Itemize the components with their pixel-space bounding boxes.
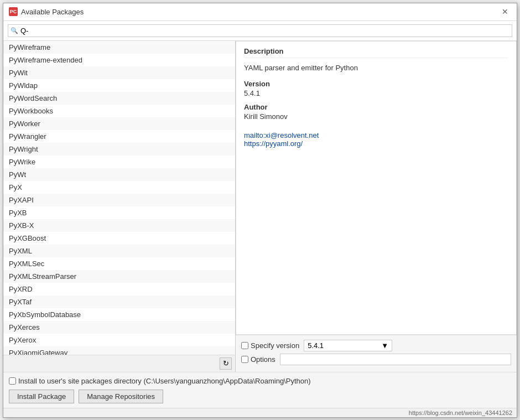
- author-label: Author: [244, 103, 508, 111]
- list-item[interactable]: PyWireframe: [3, 41, 235, 54]
- refresh-bar: ↻: [3, 355, 235, 372]
- list-item[interactable]: PyXRD: [3, 283, 235, 295]
- content-area: PyWireframePyWireframe-extendedPyWitPyWl…: [3, 41, 517, 372]
- options-checkbox[interactable]: [241, 356, 248, 363]
- install-path-text: Install to user's site packages director…: [18, 377, 311, 385]
- install-to-user-checkbox[interactable]: [9, 377, 16, 385]
- list-item[interactable]: PyXMLStreamParser: [3, 270, 235, 283]
- list-item[interactable]: PyWrike: [3, 155, 235, 168]
- install-package-button[interactable]: Install Package: [9, 390, 74, 403]
- description-title: Description: [244, 47, 508, 58]
- specify-version-label: Specify version: [241, 341, 299, 350]
- list-item[interactable]: PyXbSymbolDatabase: [3, 308, 235, 321]
- list-item[interactable]: PyXiaomiGateway: [3, 346, 235, 355]
- install-path-row: Install to user's site packages director…: [9, 377, 511, 385]
- version-dropdown-value: 5.4.1: [308, 341, 324, 350]
- options-label: Options: [241, 355, 275, 364]
- list-item[interactable]: PyXB-X: [3, 219, 235, 232]
- search-input[interactable]: [8, 24, 512, 37]
- list-item[interactable]: PyWt: [3, 168, 235, 181]
- right-panel-container: Description YAML parser and emitter for …: [236, 41, 517, 372]
- list-item[interactable]: PyWright: [3, 143, 235, 155]
- list-item[interactable]: PyXAPI: [3, 194, 235, 206]
- specify-version-checkbox[interactable]: [241, 342, 248, 349]
- package-list: PyWireframePyWireframe-extendedPyWitPyWl…: [3, 41, 235, 355]
- title-bar-left: PC Available Packages: [9, 7, 84, 16]
- list-item[interactable]: PyXerces: [3, 321, 235, 334]
- list-item[interactable]: PyWordSearch: [3, 92, 235, 105]
- description-box: Description YAML parser and emitter for …: [236, 41, 517, 335]
- list-item[interactable]: PyX: [3, 181, 235, 194]
- search-wrapper: [8, 24, 512, 37]
- version-value: 5.4.1: [244, 89, 508, 97]
- version-label: Version: [244, 80, 508, 88]
- author-value: Kirill Simonov: [244, 112, 508, 121]
- list-item[interactable]: PyXTaf: [3, 295, 235, 308]
- install-path-label: Install to user's site packages director…: [9, 377, 311, 385]
- close-button[interactable]: ✕: [499, 6, 511, 18]
- refresh-button[interactable]: ↻: [220, 357, 232, 370]
- list-item[interactable]: PyXerox: [3, 334, 235, 346]
- description-summary: YAML parser and emitter for Python: [244, 64, 508, 72]
- list-item[interactable]: PyWireframe-extended: [3, 54, 235, 66]
- app-icon: PC: [9, 7, 18, 16]
- website-link[interactable]: https://pyyaml.org/: [244, 139, 508, 148]
- manage-repositories-button[interactable]: Manage Repositories: [79, 390, 163, 403]
- right-bottom-panel: Specify version 5.4.1 ▼ Options: [236, 335, 517, 372]
- version-dropdown[interactable]: 5.4.1 ▼: [304, 340, 392, 351]
- list-item[interactable]: PyWldap: [3, 79, 235, 92]
- action-buttons: Install Package Manage Repositories: [9, 390, 511, 403]
- search-bar: [3, 21, 517, 41]
- footer-bar: https://blog.csdn.net/weixin_43441262: [3, 408, 517, 417]
- list-item[interactable]: PyXGBoost: [3, 232, 235, 245]
- bottom-panel: Install to user's site packages director…: [3, 372, 517, 408]
- footer-url: https://blog.csdn.net/weixin_43441262: [409, 409, 512, 416]
- list-item[interactable]: PyXB: [3, 206, 235, 219]
- title-bar: PC Available Packages ✕: [3, 3, 517, 21]
- list-item[interactable]: PyWit: [3, 66, 235, 79]
- email-link[interactable]: mailto:xi@resolvent.net: [244, 131, 508, 139]
- list-item[interactable]: PyWrangler: [3, 130, 235, 143]
- package-list-container: PyWireframePyWireframe-extendedPyWitPyWl…: [3, 41, 236, 372]
- specify-version-row: Specify version 5.4.1 ▼: [241, 340, 511, 351]
- dropdown-arrow-icon: ▼: [381, 341, 388, 350]
- list-item[interactable]: PyXML: [3, 245, 235, 257]
- window-title: Available Packages: [21, 8, 84, 16]
- list-item[interactable]: PyWorker: [3, 117, 235, 130]
- list-item[interactable]: PyWorkbooks: [3, 105, 235, 117]
- options-input[interactable]: [280, 354, 511, 365]
- available-packages-window: PC Available Packages ✕ PyWireframePyWir…: [3, 3, 517, 418]
- options-row: Options: [241, 354, 511, 365]
- list-item[interactable]: PyXMLSec: [3, 257, 235, 270]
